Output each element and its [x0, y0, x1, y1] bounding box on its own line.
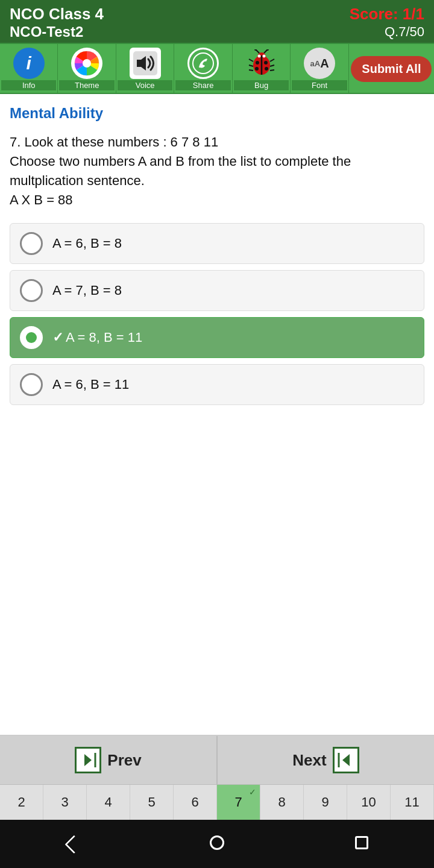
page-7[interactable]: ✓ 7	[217, 785, 260, 820]
svg-point-16	[257, 55, 260, 58]
theme-label: Theme	[59, 80, 114, 90]
page-3[interactable]: 3	[43, 785, 87, 820]
question-line2: Choose two numbers A and B from the list…	[10, 154, 351, 188]
toolbar: i Info Theme	[0, 43, 434, 94]
toolbar-bug[interactable]: Bug	[233, 44, 291, 93]
toolbar-theme[interactable]: Theme	[58, 44, 116, 93]
info-label: Info	[1, 80, 56, 90]
bug-label: Bug	[234, 80, 289, 90]
toolbar-share[interactable]: Share	[174, 44, 232, 93]
back-button[interactable]	[59, 829, 86, 856]
svg-point-4	[193, 53, 213, 74]
option-4[interactable]: A = 6, B = 11	[10, 364, 424, 405]
question-pagination: 2 3 4 5 6 ✓ 7 8 9 10 11	[0, 784, 434, 820]
svg-point-9	[264, 61, 268, 64]
next-icon	[333, 747, 359, 773]
correct-checkmark: ✓	[52, 330, 63, 345]
question-line3: A X B = 88	[10, 192, 73, 207]
recents-button[interactable]	[348, 829, 375, 856]
bottom-navigation: Prev Next	[0, 735, 434, 784]
app-title: NCO Class 4	[10, 5, 104, 24]
svg-point-11	[265, 67, 268, 71]
svg-line-21	[270, 59, 274, 61]
svg-line-23	[270, 70, 274, 71]
svg-point-1	[83, 59, 91, 68]
svg-line-19	[249, 65, 253, 66]
recents-icon	[355, 836, 368, 849]
page-9[interactable]: 9	[304, 785, 347, 820]
submit-all-button[interactable]: Submit All	[351, 56, 432, 82]
share-label: Share	[175, 80, 230, 90]
radio-2	[20, 279, 43, 302]
home-button[interactable]	[204, 829, 230, 856]
svg-line-18	[249, 59, 253, 61]
page-5[interactable]: 5	[130, 785, 174, 820]
page-11[interactable]: 11	[391, 785, 434, 820]
font-icon: aAA	[304, 48, 335, 79]
score-display: Score: 1/1	[350, 5, 424, 24]
home-icon	[210, 835, 224, 850]
option-2-text: A = 7, B = 8	[52, 283, 122, 298]
font-label: Font	[292, 80, 347, 90]
toolbar-voice[interactable]: Voice	[116, 44, 174, 93]
option-1-text: A = 6, B = 8	[52, 236, 122, 251]
radio-1	[20, 232, 43, 255]
prev-label: Prev	[107, 751, 141, 770]
main-content: Mental Ability 7. Look at these numbers …	[0, 94, 434, 735]
svg-line-20	[249, 70, 253, 71]
radio-3	[20, 326, 43, 349]
voice-label: Voice	[118, 80, 172, 90]
page-6[interactable]: 6	[174, 785, 217, 820]
radio-3-inner	[26, 332, 37, 343]
option-1[interactable]: A = 6, B = 8	[10, 223, 424, 264]
bug-icon	[246, 48, 277, 79]
toolbar-font[interactable]: aAA Font	[291, 44, 348, 93]
page-10[interactable]: 10	[347, 785, 391, 820]
question-text: 7. Look at these numbers : 6 7 8 11 Choo…	[10, 133, 424, 210]
page-2[interactable]: 2	[0, 785, 43, 820]
share-icon	[187, 48, 219, 79]
voice-icon	[130, 48, 161, 79]
info-icon: i	[13, 48, 45, 79]
section-title: Mental Ability	[10, 105, 424, 122]
prev-button[interactable]: Prev	[0, 736, 218, 784]
options-list: A = 6, B = 8 A = 7, B = 8 ✓ A = 8, B = 1…	[10, 223, 424, 411]
svg-line-22	[270, 65, 274, 66]
option-3-text: A = 8, B = 11	[66, 330, 142, 345]
theme-icon	[71, 48, 102, 79]
page-8[interactable]: 8	[260, 785, 304, 820]
toolbar-submit-all[interactable]: Submit All	[349, 44, 434, 93]
page-7-tick: ✓	[249, 787, 256, 797]
option-2[interactable]: A = 7, B = 8	[10, 270, 424, 311]
test-name: NCO-Test2	[10, 24, 83, 40]
next-button[interactable]: Next	[218, 736, 434, 784]
option-4-text: A = 6, B = 11	[52, 377, 129, 392]
toolbar-info[interactable]: i Info	[0, 44, 58, 93]
page-4[interactable]: 4	[87, 785, 130, 820]
option-3[interactable]: ✓ A = 8, B = 11	[10, 317, 424, 358]
android-navbar	[0, 820, 434, 868]
prev-icon	[75, 747, 101, 773]
svg-point-17	[262, 55, 265, 58]
question-position: Q.7/50	[385, 24, 424, 40]
radio-4	[20, 373, 43, 396]
next-label: Next	[292, 751, 326, 770]
back-icon	[64, 835, 83, 854]
app-header: NCO Class 4 Score: 1/1 NCO-Test2 Q.7/50	[0, 0, 434, 43]
svg-point-8	[256, 61, 259, 64]
svg-point-10	[255, 67, 259, 71]
question-number: 7. Look at these numbers : 6 7 8 11	[10, 134, 218, 149]
